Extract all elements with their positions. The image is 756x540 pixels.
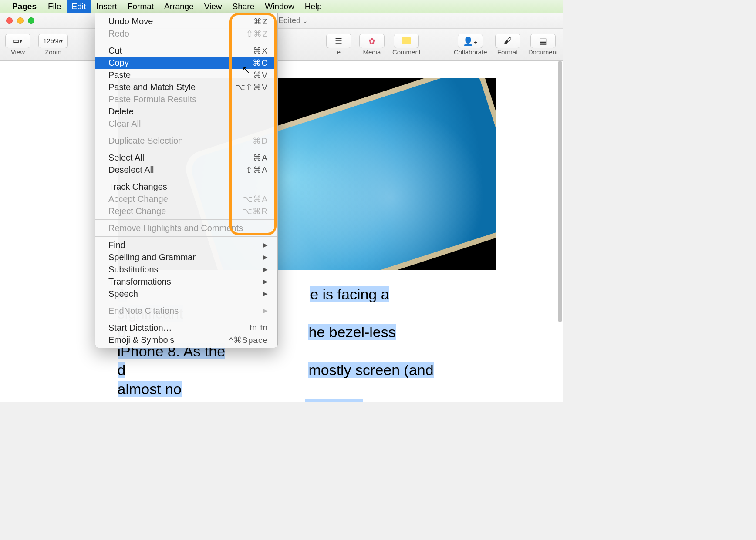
edit-menu-dropdown: Undo Move⌘ZRedo⇧⌘ZCut⌘XCopy⌘CPaste⌘VPast… xyxy=(95,13,278,348)
menu-item-delete[interactable]: Delete xyxy=(95,105,277,117)
menu-item-speech[interactable]: Speech▶ xyxy=(95,288,277,300)
close-window-button[interactable] xyxy=(6,17,13,24)
menu-item-transformations[interactable]: Transformations▶ xyxy=(95,275,277,288)
submenu-arrow-icon: ▶ xyxy=(263,307,268,315)
traffic-lights xyxy=(6,17,34,24)
menu-help[interactable]: Help xyxy=(300,0,327,13)
menu-item-emoji-symbols[interactable]: Emoji & Symbols^⌘Space xyxy=(95,334,277,346)
menu-item-deselect-all[interactable]: Deselect All⇧⌘A xyxy=(95,164,277,176)
submenu-arrow-icon: ▶ xyxy=(263,290,268,298)
toolbar-zoom[interactable]: 125%▾ Zoom xyxy=(38,34,68,56)
menu-share[interactable]: Share xyxy=(227,0,260,13)
menu-item-accept-change: Accept Change⌥⌘A xyxy=(95,193,277,205)
toolbar-collaborate[interactable]: 👤₊ Collaborate xyxy=(454,34,487,56)
document-title[interactable]: e 8 — Edited ⌄ xyxy=(0,16,563,25)
media-icon: ✿ xyxy=(368,36,375,46)
menu-item-endnote-citations: EndNote Citations▶ xyxy=(95,305,277,317)
menu-item-paste-and-match-style[interactable]: Paste and Match Style⌥⇧⌘V xyxy=(95,81,277,93)
toolbar: ▭▾ View 125%▾ Zoom ☰ e ✿ Media Comment 👤… xyxy=(0,29,563,61)
toolbar-media[interactable]: ✿ Media xyxy=(359,34,385,56)
vertical-scrollbar[interactable] xyxy=(558,61,562,322)
format-icon: 🖌 xyxy=(503,36,512,46)
menu-item-substitutions[interactable]: Substitutions▶ xyxy=(95,263,277,275)
toolbar-item[interactable]: ☰ e xyxy=(326,34,351,56)
generic-icon: ☰ xyxy=(335,36,342,46)
toolbar-comment[interactable]: Comment xyxy=(392,34,421,56)
pages-window: e 8 — Edited ⌄ ▭▾ View 125%▾ Zoom ☰ e ✿ … xyxy=(0,13,563,402)
view-icon: ▭▾ xyxy=(13,37,23,45)
submenu-arrow-icon: ▶ xyxy=(263,253,268,261)
zoom-window-button[interactable] xyxy=(28,17,34,24)
menu-item-paste-formula-results: Paste Formula Results xyxy=(95,93,277,105)
system-menubar: Pages File Edit Insert Format Arrange Vi… xyxy=(0,0,563,13)
menu-item-clear-all: Clear All xyxy=(95,117,277,130)
minimize-window-button[interactable] xyxy=(17,17,24,24)
chevron-down-icon: ⌄ xyxy=(303,17,308,24)
submenu-arrow-icon: ▶ xyxy=(263,241,268,249)
menu-item-select-all[interactable]: Select All⌘A xyxy=(95,151,277,164)
toolbar-view[interactable]: ▭▾ View xyxy=(5,34,30,56)
menu-item-undo-move[interactable]: Undo Move⌘Z xyxy=(95,15,277,27)
submenu-arrow-icon: ▶ xyxy=(263,265,268,273)
submenu-arrow-icon: ▶ xyxy=(263,278,268,285)
comment-icon xyxy=(402,37,411,44)
menu-arrange[interactable]: Arrange xyxy=(159,0,199,13)
menu-format[interactable]: Format xyxy=(122,0,159,13)
toolbar-zoom-label: Zoom xyxy=(45,48,61,56)
document-canvas[interactable]: Ae is facing a significant bhe bezel-les… xyxy=(0,61,557,402)
document-icon: ▤ xyxy=(539,36,547,46)
toolbar-format[interactable]: 🖌 Format xyxy=(495,34,520,56)
menu-item-track-changes[interactable]: Track Changes xyxy=(95,181,277,193)
menu-item-spelling-and-grammar[interactable]: Spelling and Grammar▶ xyxy=(95,251,277,263)
menu-item-find[interactable]: Find▶ xyxy=(95,239,277,251)
menu-item-cut[interactable]: Cut⌘X xyxy=(95,44,277,57)
menu-file[interactable]: File xyxy=(43,0,67,13)
menu-window[interactable]: Window xyxy=(260,0,300,13)
collaborate-icon: 👤₊ xyxy=(463,36,478,46)
menu-item-start-dictation-[interactable]: Start Dictation…fn fn xyxy=(95,322,277,334)
menu-item-remove-highlights-and-comments: Remove Highlights and Comments xyxy=(95,222,277,234)
window-titlebar: e 8 — Edited ⌄ xyxy=(0,13,563,29)
menu-item-redo: Redo⇧⌘Z xyxy=(95,27,277,40)
app-name[interactable]: Pages xyxy=(12,2,37,11)
menu-item-duplicate-selection: Duplicate Selection⌘D xyxy=(95,134,277,147)
menu-view[interactable]: View xyxy=(199,0,227,13)
menu-item-reject-change: Reject Change⌥⌘R xyxy=(95,205,277,217)
menu-item-paste[interactable]: Paste⌘V xyxy=(95,69,277,81)
toolbar-document[interactable]: ▤ Document xyxy=(528,34,558,56)
toolbar-view-label: View xyxy=(11,48,25,56)
zoom-value: 125%▾ xyxy=(43,37,63,45)
menu-edit[interactable]: Edit xyxy=(67,0,91,13)
menu-insert[interactable]: Insert xyxy=(91,0,122,13)
menu-item-copy[interactable]: Copy⌘C xyxy=(95,57,277,69)
